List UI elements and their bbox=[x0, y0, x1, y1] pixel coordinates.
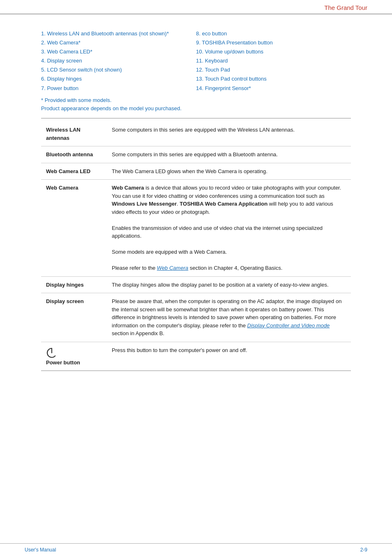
row-display-screen: Display screen Please be aware that, whe… bbox=[41, 293, 351, 342]
content-display-hinges: The display hinges allow the display pan… bbox=[107, 276, 351, 293]
page-footer: User's Manual 2-9 bbox=[0, 543, 392, 556]
label-power-button: Power button bbox=[46, 359, 80, 366]
list-item-11: 11. Keyboard bbox=[196, 56, 351, 65]
list-item-12: 12. Touch Pad bbox=[196, 65, 351, 74]
list-item-1: 1. Wireless LAN and Bluetooth antennas (… bbox=[41, 29, 196, 38]
list-col-right: 8. eco button 9. TOSHIBA Presentation bu… bbox=[196, 29, 351, 93]
page-title: The Grand Tour bbox=[324, 4, 367, 11]
left-list: 1. Wireless LAN and Bluetooth antennas (… bbox=[41, 29, 196, 93]
webcam-bold-3: TOSHIBA Web Camera Application bbox=[180, 201, 267, 207]
content-wireless-lan: Some computers in this series are equipp… bbox=[107, 122, 351, 146]
notes-area: * Provided with some models. Product app… bbox=[25, 96, 367, 114]
list-item-13: 13. Touch Pad control buttons bbox=[196, 74, 351, 83]
content-webcam: Web Camera is a device that allows you t… bbox=[107, 180, 351, 277]
right-list: 8. eco button 9. TOSHIBA Presentation bu… bbox=[196, 29, 351, 93]
content-power-button: Press this button to turn the computer's… bbox=[107, 342, 351, 371]
list-item-5: 5. LCD Sensor switch (not shown) bbox=[41, 65, 196, 74]
label-webcam: Web Camera bbox=[41, 180, 107, 277]
row-display-hinges: Display hinges The display hinges allow … bbox=[41, 276, 351, 293]
label-bluetooth: Bluetooth antenna bbox=[41, 146, 107, 163]
page-body: 1. Wireless LAN and Bluetooth antennas (… bbox=[0, 21, 392, 387]
row-power-button: Power button Press this button to turn t… bbox=[41, 342, 351, 371]
label-display-screen: Display screen bbox=[41, 293, 107, 342]
label-wireless-lan: Wireless LANantennas bbox=[41, 122, 107, 146]
power-button-cell: Power button bbox=[41, 342, 107, 371]
list-item-3: 3. Web Camera LED* bbox=[41, 47, 196, 56]
list-item-7: 7. Power button bbox=[41, 84, 196, 93]
numbered-list-area: 1. Wireless LAN and Bluetooth antennas (… bbox=[25, 29, 367, 93]
row-wireless-lan: Wireless LANantennas Some computers in t… bbox=[41, 122, 351, 146]
webcam-bold-1: Web Camera bbox=[112, 185, 144, 191]
display-text-1: Please be aware that, when the computer … bbox=[112, 298, 341, 336]
info-table: Wireless LANantennas Some computers in t… bbox=[41, 122, 351, 371]
list-item-14: 14. Fingerprint Sensor* bbox=[196, 84, 351, 93]
webcam-bold-2: Windows Live Messenger bbox=[112, 201, 177, 207]
list-col-left: 1. Wireless LAN and Bluetooth antennas (… bbox=[41, 29, 196, 93]
content-display-screen: Please be aware that, when the computer … bbox=[107, 293, 351, 342]
note-1: * Provided with some models. bbox=[41, 96, 351, 105]
top-separator bbox=[41, 118, 351, 118]
content-webcam-led: The Web Camera LED glows when the Web Ca… bbox=[107, 163, 351, 180]
note-2: Product appearance depends on the model … bbox=[41, 104, 351, 113]
power-icon bbox=[46, 347, 58, 359]
display-link[interactable]: Display Controller and Video mode bbox=[247, 322, 330, 329]
content-bluetooth: Some computers in this series are equipp… bbox=[107, 146, 351, 163]
webcam-text-2: Enables the transmission of video and us… bbox=[112, 225, 323, 239]
list-item-10: 10. Volume up/down buttons bbox=[196, 47, 351, 56]
list-item-6: 6. Display hinges bbox=[41, 74, 196, 83]
webcam-text-4: Please refer to the Web Camera section i… bbox=[112, 265, 282, 271]
row-webcam-led: Web Camera LED The Web Camera LED glows … bbox=[41, 163, 351, 180]
label-webcam-led: Web Camera LED bbox=[41, 163, 107, 180]
webcam-text-3: Some models are equipped with a Web Came… bbox=[112, 249, 227, 255]
label-display-hinges: Display hinges bbox=[41, 276, 107, 293]
row-webcam: Web Camera Web Camera is a device that a… bbox=[41, 180, 351, 277]
list-item-8: 8. eco button bbox=[196, 29, 351, 38]
page-header: The Grand Tour bbox=[0, 0, 392, 14]
webcam-link[interactable]: Web Camera bbox=[157, 265, 188, 271]
list-item-9: 9. TOSHIBA Presentation button bbox=[196, 38, 351, 47]
list-item-2: 2. Web Camera* bbox=[41, 38, 196, 47]
webcam-text-1: Web Camera is a device that allows you t… bbox=[112, 185, 341, 215]
footer-left: User's Manual bbox=[25, 547, 56, 553]
footer-right: 2-9 bbox=[360, 547, 367, 553]
list-item-4: 4. Display screen bbox=[41, 56, 196, 65]
row-bluetooth: Bluetooth antenna Some computers in this… bbox=[41, 146, 351, 163]
